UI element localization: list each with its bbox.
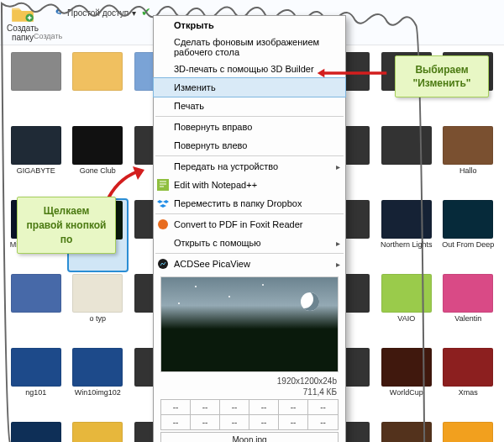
thumb-gigabyte[interactable]: GIGABYTE (7, 126, 66, 197)
moon-icon (301, 292, 319, 311)
thumb-xmas[interactable]: Xmas (439, 348, 498, 418)
thumb-3-0[interactable] (7, 274, 66, 345)
thumbnail-image (443, 274, 493, 313)
thumbnail-image (11, 274, 61, 313)
ribbon-easy-access[interactable]: Простой доступ ▾ (54, 7, 136, 18)
thumbnail-image (11, 126, 61, 165)
thumb-northern-lights[interactable]: Northern Lights (377, 200, 436, 271)
thumb-5-7[interactable] (439, 422, 498, 442)
notepadpp-icon (157, 179, 169, 191)
thumbnail-caption: Valentin (454, 314, 481, 323)
info-cell: -- (279, 415, 308, 429)
thumb-vaio[interactable]: VAIO (377, 274, 436, 345)
thumbnail-caption: Xmas (459, 388, 478, 397)
thumb-5-0[interactable] (7, 422, 66, 442)
thumbnail-image (443, 348, 493, 387)
ctx-edit[interactable]: Изменить (154, 78, 345, 97)
thumb-5-1[interactable] (69, 422, 128, 442)
thumbnail-caption: Northern Lights (381, 240, 433, 249)
ctx-rotate-left[interactable]: Повернуть влево (154, 136, 345, 155)
acdsee-icon (157, 258, 169, 270)
ctx-set-wallpaper[interactable]: Сделать фоновым изображением рабочего ст… (154, 34, 345, 60)
thumb-0-0[interactable] (7, 52, 66, 123)
chevron-down-icon: ▾ (132, 8, 136, 18)
thumb-ng101[interactable]: ng101 (7, 348, 66, 418)
ctx-notepadpp[interactable]: Edit with Notepad++ (154, 176, 345, 194)
info-cell: -- (191, 415, 220, 429)
info-cell: -- (308, 415, 338, 429)
info-cell: -- (161, 415, 191, 429)
thumbnail-image (72, 126, 123, 165)
ctx-preview-thumbnail (160, 276, 339, 372)
arrow-to-edit (316, 67, 388, 79)
thumb-0-1[interactable] (69, 52, 128, 123)
info-cell: -- (249, 400, 279, 415)
thumbnail-image (381, 422, 432, 442)
ctx-rotate-right[interactable]: Повернуть вправо (154, 118, 345, 136)
svg-point-2 (158, 219, 168, 229)
chain-icon (54, 7, 64, 18)
window: Создать папку Простой доступ ▾ Создать ✔… (0, 0, 504, 442)
info-cell: -- (220, 400, 249, 415)
context-menu: Открыть Сделать фоновым изображением раб… (153, 15, 346, 442)
ctx-filesize: 711,4 КБ (154, 387, 345, 397)
ribbon-right-icons: ✔ (141, 5, 151, 18)
thumb-win10img102[interactable]: Win10img102 (69, 348, 128, 418)
callout-right-click: Щелкаем правой кнопкой по (17, 197, 116, 254)
ctx-open-with[interactable]: Открыть с помощью (154, 234, 345, 252)
info-cell: -- (220, 415, 249, 429)
info-cell: -- (249, 415, 279, 429)
thumb-worldcup[interactable]: WorldCup (377, 348, 436, 418)
ctx-open[interactable]: Открыть (154, 16, 345, 34)
ctx-dropbox[interactable]: Переместить в папку Dropbox (154, 194, 345, 213)
thumbnail-caption: o typ (89, 314, 106, 323)
ctx-info-table: ------------------------ (160, 399, 339, 430)
ctx-send-to-device[interactable]: Передать на устройство (154, 157, 345, 176)
thumbnail-caption: VAIO (397, 314, 415, 323)
ctx-print[interactable]: Печать (154, 97, 345, 115)
ctx-acdsee[interactable]: ACDSee PicaView (154, 255, 345, 273)
thumbnail-caption: ng101 (25, 388, 46, 397)
thumbnail-image (443, 126, 493, 165)
ctx-foxit[interactable]: Convert to PDF in Foxit Reader (154, 215, 345, 234)
thumbnail-image (381, 126, 432, 165)
thumbnail-image (72, 52, 123, 91)
thumbnail-caption: Hallo (459, 166, 477, 175)
ctx-dimensions: 1920x1200x24b (154, 376, 345, 387)
info-cell: -- (191, 400, 220, 415)
info-cell: -- (279, 400, 308, 415)
check-icon: ✔ (141, 5, 151, 18)
thumbnail-caption: Win10img102 (75, 388, 121, 397)
thumb-5-6[interactable] (377, 422, 436, 442)
thumbnail-image (11, 52, 61, 91)
dropbox-icon (157, 197, 169, 209)
thumbnail-image (11, 422, 61, 442)
thumbnail-caption: GIGABYTE (17, 166, 55, 175)
thumbnail-image (381, 200, 432, 239)
ribbon-easy-access-label: Простой доступ (67, 8, 129, 18)
thumb-hallo[interactable]: Hallo (439, 126, 498, 197)
thumbnail-caption: WorldCup (390, 388, 423, 397)
thumbnail-caption: Out From Deep (442, 240, 494, 249)
callout-choose-edit: Выбираем "Изменить" (395, 55, 489, 97)
thumbnail-image (443, 200, 493, 239)
thumb-1-6[interactable] (377, 126, 436, 197)
thumbnail-image (381, 348, 432, 387)
thumbnail-image (72, 274, 123, 313)
thumbnail-image (72, 422, 123, 442)
info-cell: -- (161, 400, 191, 415)
thumb-valentin[interactable]: Valentin (439, 274, 498, 345)
svg-rect-1 (157, 179, 169, 191)
thumbnail-image (11, 348, 61, 387)
ribbon-group-create: Создать (34, 32, 62, 40)
folder-plus-icon (11, 4, 34, 23)
thumb-o-typ[interactable]: o typ (69, 274, 128, 345)
ctx-filename: Moon.jpg (160, 432, 339, 442)
thumbnail-image (72, 348, 123, 387)
thumb-out-from-deep[interactable]: Out From Deep (439, 200, 498, 271)
foxit-icon (157, 218, 169, 230)
thumbnail-image (381, 274, 432, 313)
info-cell: -- (308, 400, 338, 415)
thumbnail-image (443, 422, 493, 442)
